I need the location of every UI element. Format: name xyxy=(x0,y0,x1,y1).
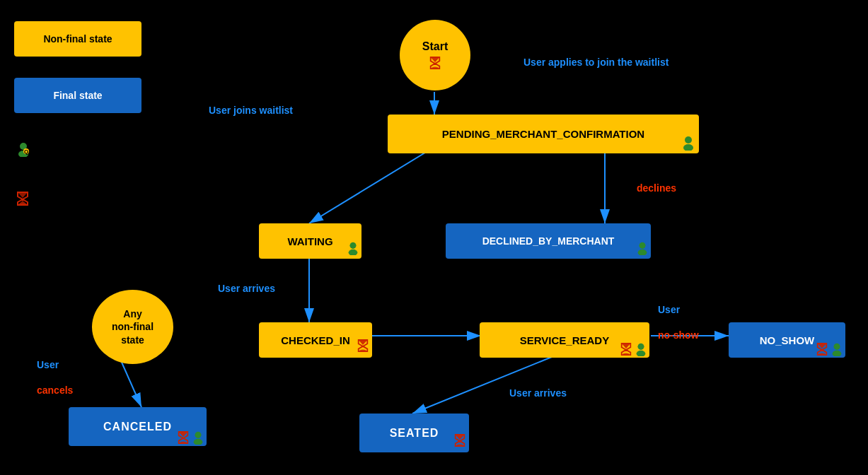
svg-line-3 xyxy=(309,147,434,223)
no-show-state: NO_SHOW xyxy=(729,322,845,358)
pending-state: PENDING_MERCHANT_CONFIRMATION xyxy=(388,115,699,153)
svg-point-39 xyxy=(833,351,842,356)
svg-point-42 xyxy=(180,441,187,444)
svg-point-34 xyxy=(637,351,646,356)
user-cancels-container: User cancels xyxy=(37,359,73,382)
user-applies-label: User applies to join the waitlist xyxy=(523,57,669,68)
svg-point-29 xyxy=(360,349,366,352)
svg-point-32 xyxy=(623,353,630,356)
svg-point-33 xyxy=(637,344,644,350)
svg-line-8 xyxy=(412,357,552,414)
svg-point-37 xyxy=(819,353,826,356)
declined-state: DECLINED_BY_MERCHANT xyxy=(446,223,651,259)
start-label: Start xyxy=(422,40,448,53)
svg-point-43 xyxy=(195,432,201,438)
svg-point-20 xyxy=(432,66,438,69)
user-joins-label: User joins waitlist xyxy=(209,105,293,116)
svg-point-22 xyxy=(683,144,693,151)
user-arrives-1-label: User arrives xyxy=(218,283,275,294)
seated-state: SEATED xyxy=(359,414,469,452)
svg-point-24 xyxy=(349,250,358,255)
start-state: Start xyxy=(400,20,470,90)
svg-point-38 xyxy=(833,344,840,350)
svg-point-21 xyxy=(685,136,692,143)
canceled-label: CANCELED xyxy=(103,421,172,433)
svg-point-26 xyxy=(638,250,647,255)
checked-in-label: CHECKED_IN xyxy=(281,334,350,346)
canceled-state: CANCELED xyxy=(69,407,207,446)
svg-point-17 xyxy=(19,203,26,206)
service-ready-state: SERVICE_READY xyxy=(480,322,649,358)
seated-label: SEATED xyxy=(390,427,439,440)
legend-hourglass xyxy=(16,191,30,206)
declines-label: declines xyxy=(637,182,676,194)
pending-label: PENDING_MERCHANT_CONFIRMATION xyxy=(442,128,644,140)
svg-line-9 xyxy=(120,359,141,407)
legend-non-final: Non-final state xyxy=(14,21,141,57)
svg-point-25 xyxy=(639,242,645,249)
user-arrives-2-label: User arrives xyxy=(509,387,567,399)
no-show-label: NO_SHOW xyxy=(760,334,815,346)
svg-text:Q: Q xyxy=(24,148,28,155)
legend-non-final-label: Non-final state xyxy=(43,33,112,45)
svg-point-44 xyxy=(194,439,203,445)
legend-final-label: Final state xyxy=(53,90,102,101)
checked-in-state: CHECKED_IN xyxy=(259,322,372,358)
declined-label: DECLINED_BY_MERCHANT xyxy=(482,235,615,247)
legend-person: Q xyxy=(16,141,31,157)
service-ready-label: SERVICE_READY xyxy=(520,334,609,346)
cancels-label: cancels xyxy=(37,385,73,396)
svg-point-23 xyxy=(349,242,356,249)
svg-point-47 xyxy=(457,444,463,447)
user-noshow-container: User no-show xyxy=(658,304,699,327)
waiting-state: WAITING xyxy=(259,223,361,259)
user-label: User xyxy=(37,359,73,370)
waiting-label: WAITING xyxy=(287,235,332,247)
any-non-final-state: Any non-final state xyxy=(92,290,173,364)
legend-final: Final state xyxy=(14,78,141,113)
